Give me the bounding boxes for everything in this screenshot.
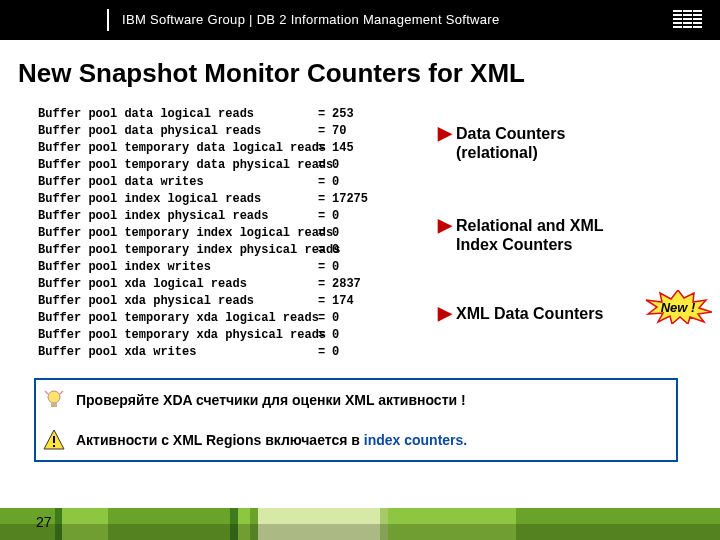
counter-value: 0 [332, 311, 339, 325]
annot-index-counters: ▶Relational and XML Index Counters [438, 214, 604, 254]
counter-name: Buffer pool temporary data logical reads [38, 140, 318, 157]
svg-rect-6 [53, 436, 55, 443]
counter-value: 0 [332, 345, 339, 359]
counter-row: Buffer pool temporary data physical read… [38, 157, 368, 174]
counter-row: Buffer pool temporary xda physical reads… [38, 327, 368, 344]
warning-icon [42, 428, 66, 452]
counter-row: Buffer pool temporary index physical rea… [38, 242, 368, 259]
counter-value: 145 [332, 141, 354, 155]
header-divider [107, 9, 109, 31]
counter-row: Buffer pool data physical reads= 70 [38, 123, 368, 140]
counter-row: Buffer pool index logical reads= 17275 [38, 191, 368, 208]
counter-name: Buffer pool temporary xda logical reads [38, 310, 318, 327]
counter-value: 0 [332, 158, 339, 172]
arrow-icon: ▶ [438, 215, 452, 235]
header-bar: IBM Software Group | DB 2 Information Ma… [0, 0, 720, 40]
counter-row: Buffer pool xda writes= 0 [38, 344, 368, 361]
counter-name: Buffer pool data physical reads [38, 123, 318, 140]
counter-value: 0 [332, 209, 339, 223]
counter-name: Buffer pool temporary data physical read… [38, 157, 318, 174]
arrow-icon: ▶ [438, 123, 452, 143]
counter-row: Buffer pool data logical reads= 253 [38, 106, 368, 123]
counter-name: Buffer pool data logical reads [38, 106, 318, 123]
footer: 27 [0, 500, 720, 540]
counter-value: 0 [332, 175, 339, 189]
counter-name: Buffer pool index logical reads [38, 191, 318, 208]
annot-xml-counters: ▶XML Data Counters [438, 302, 603, 324]
svg-rect-2 [51, 402, 57, 407]
counter-name: Buffer pool data writes [38, 174, 318, 191]
counter-row: Buffer pool index writes= 0 [38, 259, 368, 276]
note-row: Проверяйте XDA счетчики для оценки XML а… [36, 380, 676, 420]
ibm-logo [673, 10, 702, 30]
page-number: 27 [36, 514, 52, 530]
slide: IBM Software Group | DB 2 Information Ma… [0, 0, 720, 540]
counter-value: 2837 [332, 277, 361, 291]
counter-value: 0 [332, 260, 339, 274]
counter-value: 0 [332, 243, 339, 257]
svg-line-4 [60, 391, 63, 394]
counter-name: Buffer pool xda logical reads [38, 276, 318, 293]
note-row: Активности с XML Regions включается в in… [36, 420, 676, 460]
counter-row: Buffer pool temporary data logical reads… [38, 140, 368, 157]
counter-name: Buffer pool temporary index physical rea… [38, 242, 318, 259]
arrow-icon: ▶ [438, 303, 452, 323]
svg-point-1 [48, 391, 60, 403]
note-text: Активности с XML Regions включается в in… [76, 432, 467, 448]
counter-name: Buffer pool index writes [38, 259, 318, 276]
counter-name: Buffer pool temporary xda physical reads [38, 327, 318, 344]
counter-row: Buffer pool index physical reads= 0 [38, 208, 368, 225]
counter-row: Buffer pool temporary xda logical reads=… [38, 310, 368, 327]
counter-row: Buffer pool temporary index logical read… [38, 225, 368, 242]
counter-name: Buffer pool xda writes [38, 344, 318, 361]
new-label: New ! [661, 300, 696, 315]
notes-box: Проверяйте XDA счетчики для оценки XML а… [34, 378, 678, 462]
counter-value: 174 [332, 294, 354, 308]
counter-value: 253 [332, 107, 354, 121]
counter-name: Buffer pool xda physical reads [38, 293, 318, 310]
counter-value: 70 [332, 124, 346, 138]
svg-line-3 [45, 391, 48, 394]
counter-name: Buffer pool index physical reads [38, 208, 318, 225]
annot-data-counters: ▶Data Counters (relational) [438, 122, 565, 162]
counter-row: Buffer pool data writes= 0 [38, 174, 368, 191]
header-text: IBM Software Group | DB 2 Information Ma… [122, 12, 499, 27]
svg-rect-7 [53, 445, 55, 447]
counter-row: Buffer pool xda logical reads= 2837 [38, 276, 368, 293]
index-counters-link[interactable]: index counters. [364, 432, 467, 448]
counter-list: Buffer pool data logical reads= 253Buffe… [38, 106, 368, 361]
counter-value: 17275 [332, 192, 368, 206]
note-text: Проверяйте XDA счетчики для оценки XML а… [76, 392, 466, 408]
counter-value: 0 [332, 328, 339, 342]
new-burst: New ! [644, 290, 712, 324]
counter-name: Buffer pool temporary index logical read… [38, 225, 318, 242]
lightbulb-icon [42, 388, 66, 412]
counter-row: Buffer pool xda physical reads= 174 [38, 293, 368, 310]
page-title: New Snapshot Monitor Counters for XML [18, 58, 720, 89]
counter-value: 0 [332, 226, 339, 240]
